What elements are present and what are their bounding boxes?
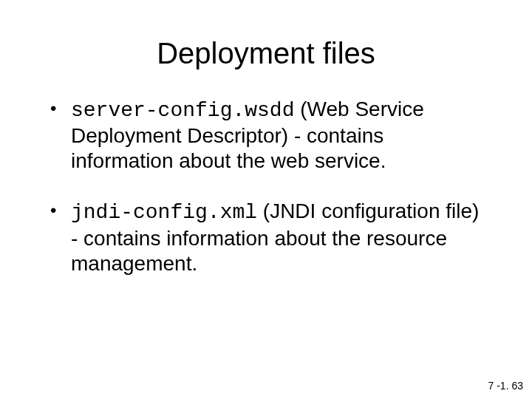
list-item: server-config.wsdd (Web Service Deployme…	[44, 97, 488, 174]
bullet-list: server-config.wsdd (Web Service Deployme…	[44, 97, 488, 276]
slide-title: Deployment files	[44, 37, 488, 70]
code-filename: server-config.wsdd	[71, 99, 294, 122]
page-number: 7 -1. 63	[488, 380, 523, 392]
code-filename: jndi-config.xml	[71, 201, 257, 224]
slide: Deployment files server-config.wsdd (Web…	[0, 0, 532, 399]
list-item: jndi-config.xml (JNDI configuration file…	[44, 199, 488, 276]
